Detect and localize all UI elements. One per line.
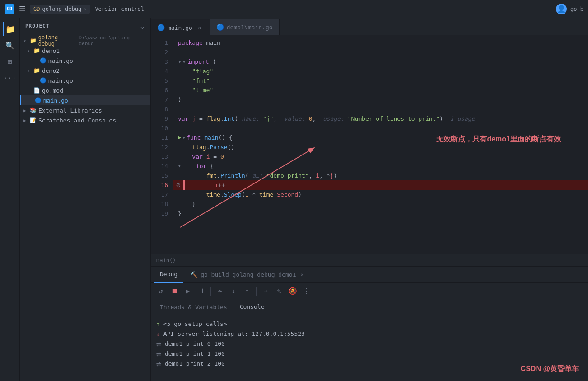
tab-main-go[interactable]: 🔵 main.go ✕	[151, 19, 210, 35]
tree-root-folder[interactable]: ▾ 📁 golang-debug D:\wwwroot\golang-debug	[20, 36, 150, 46]
code-line-4: "flag"	[176, 66, 588, 76]
debug-toolbar: ↺ ⏹ ▶ ⏸ ↷ ↓ ↑ ⇒ ✎ 🔕 ⋮	[151, 283, 588, 299]
debug-tab-label: Debug	[160, 271, 177, 278]
csdn-watermark: CSDN @黄昏单车	[521, 364, 579, 374]
code-line-9: var j = flag . Int ( name: "j" , value: …	[176, 114, 588, 123]
code-line-14: ▾ for {	[176, 161, 588, 171]
debug-sep-2	[256, 287, 257, 296]
code-line-12: flag . Parse ()	[176, 142, 588, 152]
sidebar-tree: ▾ 📁 golang-debug D:\wwwroot\golang-debug…	[20, 34, 150, 381]
root-folder-path: D:\wwwroot\golang-debug	[79, 35, 147, 47]
root-folder-label: golang-debug	[38, 34, 77, 47]
code-line-3: ▾ ▾ import (	[176, 57, 588, 66]
debug-btn-stop[interactable]: ⏹	[168, 285, 181, 297]
main-go-label: main.go	[43, 97, 68, 104]
debug-btn-pause[interactable]: ⏸	[195, 285, 208, 297]
gomod-label: go.mod	[42, 87, 63, 94]
console-line-2: ↓ API server listening at: 127.0.0.1:555…	[156, 329, 583, 339]
tree-demo1-folder[interactable]: ▾ 📁 demo1	[20, 46, 150, 56]
main-layout: 📁 🔍 ⊞ ··· Project ⌄ ▾ 📁 golang-debug D:\…	[0, 18, 588, 381]
console-arrow-3: ⇌	[156, 339, 161, 349]
sidebar-header: Project ⌄	[20, 18, 150, 34]
console-text-1: <5 go setup calls>	[163, 319, 227, 329]
debug-tab-debug[interactable]: Debug	[154, 267, 183, 283]
code-line-10	[176, 123, 588, 133]
tab-bar: 🔵 main.go ✕ 🔵 demo1\main.go	[151, 18, 588, 35]
code-editor[interactable]: 1 2 3 4 5 6 7 8 9 10 11 12 13 14 15 16 1	[151, 35, 588, 254]
code-line-16: ⊘ i ++	[173, 180, 588, 190]
code-line-8	[176, 104, 588, 114]
debug-btn-step-into[interactable]: ↓	[227, 285, 240, 297]
console-text-2: API server listening at: 127.0.0.1:55523	[163, 329, 305, 339]
console-arrow-5: ⇌	[156, 359, 161, 369]
tree-main-go[interactable]: 🔵 main.go	[20, 95, 150, 105]
tree-demo2-folder[interactable]: ▾ 📁 demo2	[20, 66, 150, 75]
console-line-4: ⇌ demo1 print 1 100	[156, 349, 583, 359]
debug-btn-resume[interactable]: ▶	[182, 285, 194, 297]
breadcrumb: main()	[156, 257, 176, 263]
avatar-label: go b	[570, 6, 583, 12]
avatar[interactable]: 👤	[556, 4, 567, 14]
debug-tab-build[interactable]: 🔨 go build golang-debug-demo1 ✕	[185, 267, 309, 283]
activity-plugins[interactable]: ⊞	[3, 54, 17, 69]
console-line-1: ↑ <5 go setup calls>	[156, 319, 583, 329]
console-line-3: ⇌ demo1 print 0 100	[156, 339, 583, 349]
vcs-button[interactable]: Version control	[95, 6, 144, 12]
sidebar-toggle[interactable]: ⌄	[140, 22, 145, 30]
tree-demo2-main[interactable]: 🔵 main.go	[20, 75, 150, 85]
debug-btn-step-out[interactable]: ↑	[241, 285, 253, 297]
code-line-13: var i = 0	[176, 152, 588, 161]
tab-demo1-main-go[interactable]: 🔵 demo1\main.go	[210, 19, 280, 35]
code-line-18: }	[176, 199, 588, 209]
debug-top-tabs: Debug 🔨 go build golang-debug-demo1 ✕	[151, 267, 588, 283]
tab-demo1-label: demo1\main.go	[227, 24, 273, 31]
console-arrow-2: ↓	[156, 329, 160, 339]
ext-libs-label: External Libraries	[38, 107, 102, 114]
debug-build-close[interactable]: ✕	[300, 272, 303, 278]
debug-btn-evaluate[interactable]: ✎	[273, 285, 285, 297]
titlebar-right: 👤 go b	[556, 4, 583, 14]
tab-main-go-close[interactable]: ✕	[196, 24, 203, 31]
console-tab-label: Console	[240, 303, 265, 310]
tree-demo1-main[interactable]: 🔵 main.go	[20, 56, 150, 66]
panel-tab-threads[interactable]: Threads & Variables	[154, 299, 233, 315]
activity-files[interactable]: 📁	[3, 22, 17, 36]
console-arrow-1: ↑	[156, 319, 160, 329]
debug-btn-rerun[interactable]: ↺	[154, 285, 167, 297]
activity-search[interactable]: 🔍	[3, 38, 17, 52]
activity-more[interactable]: ···	[3, 71, 17, 85]
code-line-19: }	[176, 209, 588, 218]
debug-btn-run-to-cursor[interactable]: ⇒	[259, 285, 272, 297]
editor-area: 🔵 main.go ✕ 🔵 demo1\main.go 1 2 3 4 5 6 …	[151, 18, 588, 381]
debug-sep-1	[210, 287, 211, 296]
breadcrumb-bar: main()	[151, 254, 588, 266]
panel-tabs: Threads & Variables Console	[151, 299, 588, 315]
tab-demo1-icon: 🔵	[216, 24, 224, 31]
panel-tab-console[interactable]: Console	[234, 299, 270, 315]
tree-gomod[interactable]: 📄 go.mod	[20, 85, 150, 95]
editor-main-wrapper: 1 2 3 4 5 6 7 8 9 10 11 12 13 14 15 16 1	[151, 35, 588, 266]
project-selector[interactable]: GD golang-debug ›	[30, 5, 90, 14]
code-line-5: "fmt"	[176, 76, 588, 85]
hamburger-menu[interactable]: ☰	[19, 5, 25, 13]
tree-external-libs[interactable]: ▶ 📚 External Libraries	[20, 105, 150, 115]
activity-bar: 📁 🔍 ⊞ ···	[0, 18, 20, 381]
tab-main-go-icon: 🔵	[157, 24, 165, 31]
tree-scratches[interactable]: ▶ 📝 Scratches and Consoles	[20, 115, 150, 125]
code-line-1: package main	[176, 38, 588, 47]
debug-btn-step-over[interactable]: ↷	[214, 285, 226, 297]
debug-btn-more[interactable]: ⋮	[300, 285, 313, 297]
debug-btn-mute[interactable]: 🔕	[286, 285, 299, 297]
debug-build-icon: 🔨	[190, 271, 198, 278]
tab-main-go-label: main.go	[168, 24, 192, 31]
console-text-4: demo1 print 1 100	[165, 349, 225, 359]
project-name: golang-debug	[42, 6, 81, 12]
debug-build-label: go build golang-debug-demo1	[201, 271, 296, 278]
code-line-11: ▶ ▾ func main () {	[176, 133, 588, 142]
line-numbers: 1 2 3 4 5 6 7 8 9 10 11 12 13 14 15 16 1	[151, 35, 173, 254]
demo1-label: demo1	[42, 47, 60, 54]
demo1-main-label: main.go	[48, 57, 73, 64]
console-arrow-4: ⇌	[156, 349, 161, 359]
code-line-17: time . Sleep ( 1 * time . Second )	[176, 190, 588, 199]
app-logo: GD	[5, 4, 14, 14]
